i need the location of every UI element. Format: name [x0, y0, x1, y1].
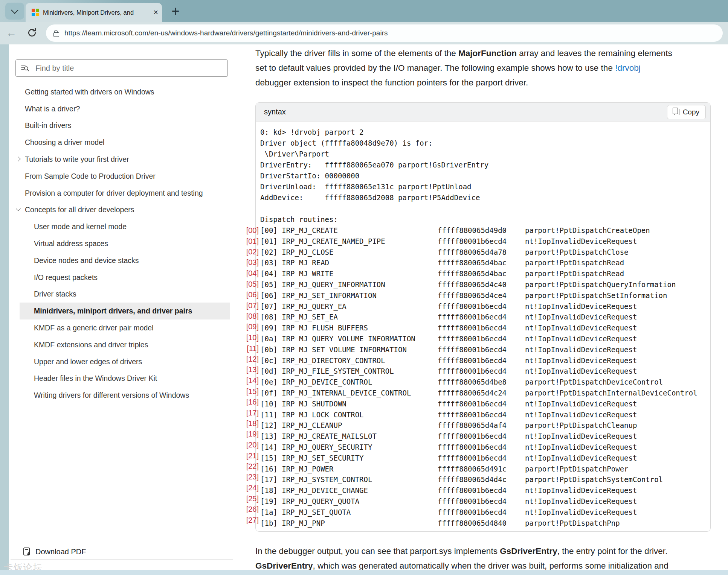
dispatch-address: fffff880065d49d0 — [438, 225, 525, 236]
refresh-icon[interactable] — [26, 27, 38, 38]
dispatch-row: [20][14] IRP_MJ_QUERY_SECURITYfffff80001… — [260, 442, 707, 453]
dispatch-row: [21][15] IRP_MJ_SET_SECURITYfffff80001b6… — [260, 453, 707, 464]
dispatch-row: [25][19] IRP_MJ_QUERY_QUOTAfffff80001b6e… — [260, 496, 707, 507]
sidebar-item-concepts-for-all-driver-developers[interactable]: Concepts for all driver developers — [20, 202, 230, 219]
chevron-down-icon[interactable] — [16, 206, 21, 211]
text-segment: Typically the driver fills in some of th… — [255, 49, 458, 58]
annotation-index: [00] — [243, 225, 259, 236]
dispatch-label: [11] IRP_MJ_LOCK_CONTROL — [260, 409, 438, 420]
download-pdf-button[interactable]: Download PDF — [23, 545, 86, 558]
dispatch-symbol: parport!PptDispatchSystemControl — [525, 474, 707, 485]
dispatch-row: [12][0c] IRP_MJ_DIRECTORY_CONTROLfffff80… — [260, 355, 707, 366]
annotation-index: [15] — [243, 386, 259, 397]
sidebar-item-label: KMDF as a generic driver pair model — [34, 324, 154, 332]
annotation-index: [06] — [243, 289, 259, 300]
code-block-body: 0: kd> !drvobj parport 2 Driver object (… — [256, 122, 710, 531]
search-input[interactable] — [35, 64, 223, 73]
sidebar-item-provision-a-computer-for-driver-deployme[interactable]: Provision a computer for driver deployme… — [20, 185, 230, 202]
chevron-right-icon[interactable] — [16, 157, 21, 161]
sidebar-item-built-in-drivers[interactable]: Built-in drivers — [20, 117, 230, 134]
dispatch-label: [0c] IRP_MJ_DIRECTORY_CONTROL — [260, 355, 438, 366]
sidebar-item-label: Getting started with drivers on Windows — [25, 88, 154, 96]
dispatch-symbol: nt!IopInvalidDeviceRequest — [525, 431, 707, 442]
dispatch-routine-table: [00][00] IRP_MJ_CREATEfffff880065d49d0pa… — [260, 225, 707, 528]
sidebar-item-label: I/O request packets — [34, 273, 98, 282]
annotation-index: [11] — [243, 343, 259, 354]
sidebar-item-tutorials-to-write-your-first-driver[interactable]: Tutorials to write your first driver — [20, 151, 230, 168]
bottom-edge-strip — [0, 570, 728, 575]
sidebar-item-label: From Sample Code to Production Driver — [25, 172, 156, 181]
dispatch-label: [02] IRP_MJ_CLOSE — [260, 247, 438, 258]
text-segment: , the entry point for the driver. — [557, 546, 668, 556]
annotation-index: [05] — [243, 278, 259, 289]
dispatch-symbol: nt!IopInvalidDeviceRequest — [525, 322, 707, 333]
sidebar-item-upper-and-lower-edges-of-drivers[interactable]: Upper and lower edges of drivers — [20, 353, 230, 370]
sidebar-item-label: Tutorials to write your first driver — [25, 155, 129, 164]
annotation-index: [24] — [243, 482, 259, 493]
text-segment: array and leaves the remaining elements — [517, 49, 672, 58]
dispatch-symbol: nt!IopInvalidDeviceRequest — [525, 333, 707, 344]
sidebar-item-label: Virtual address spaces — [34, 239, 108, 248]
sidebar-item-header-files-in-the-windows-driver-kit[interactable]: Header files in the Windows Driver Kit — [20, 370, 230, 387]
dispatch-row: [26][1a] IRP_MJ_SET_QUOTAfffff80001b6ecd… — [260, 507, 707, 518]
copy-button[interactable]: Copy — [667, 105, 706, 119]
dispatch-row: [24][18] IRP_MJ_DEVICE_CHANGEfffff80001b… — [260, 485, 707, 496]
tab-list-button[interactable] — [5, 3, 24, 20]
dispatch-row: [22][16] IRP_MJ_POWERfffff880065d491cpar… — [260, 464, 707, 475]
dispatch-symbol: nt!IopInvalidDeviceRequest — [525, 355, 707, 366]
annotation-index: [09] — [243, 321, 259, 332]
dispatch-symbol: parport!PptDispatchPower — [525, 464, 707, 475]
dispatch-row: [18][12] IRP_MJ_CLEANUPfffff880065d4af4p… — [260, 420, 707, 431]
sidebar-item-kmdf-extensions-and-driver-triples[interactable]: KMDF extensions and driver triples — [20, 336, 230, 353]
sidebar-item-choosing-a-driver-model[interactable]: Choosing a driver model — [20, 134, 230, 151]
sidebar-item-device-nodes-and-device-stacks[interactable]: Device nodes and device stacks — [20, 252, 230, 269]
dispatch-symbol: nt!IopInvalidDeviceRequest — [525, 344, 707, 355]
sidebar-item-what-is-a-driver-[interactable]: What is a driver? — [20, 100, 230, 117]
text-segment: In the debugger output, you can see that… — [255, 546, 500, 556]
dispatch-symbol: nt!IopInvalidDeviceRequest — [525, 485, 707, 496]
address-bar[interactable]: https://learn.microsoft.com/en-us/window… — [46, 24, 723, 42]
dispatch-row: [09][09] IRP_MJ_FLUSH_BUFFERSfffff80001b… — [260, 322, 707, 333]
dispatch-label: [0a] IRP_MJ_QUERY_VOLUME_INFORMATION — [260, 333, 438, 344]
dispatch-address: fffff80001b6ecd4 — [438, 453, 525, 464]
sidebar-item-minidrivers-miniport-drivers-and-driver-[interactable]: Minidrivers, miniport drivers, and drive… — [20, 303, 230, 319]
dispatch-row: [11][0b] IRP_MJ_SET_VOLUME_INFORMATIONff… — [260, 344, 707, 355]
back-icon[interactable]: ← — [6, 27, 17, 39]
download-pdf-icon — [23, 547, 31, 556]
dispatch-symbol: parport!PptDispatchCleanup — [525, 420, 707, 431]
annotation-index: [27] — [243, 514, 259, 525]
annotation-index: [23] — [243, 472, 259, 482]
dispatch-row: [08][08] IRP_MJ_SET_EAfffff80001b6ecd4nt… — [260, 312, 707, 322]
annotation-index: [04] — [243, 268, 259, 279]
sidebar-item-writing-drivers-for-different-versions-o[interactable]: Writing drivers for different versions o… — [20, 387, 230, 404]
dispatch-symbol: parport!PptDispatchInternalDeviceControl — [525, 388, 707, 399]
intro-paragraph: Typically the driver fills in some of th… — [255, 46, 712, 90]
annotation-index: [19] — [243, 429, 259, 440]
sidebar-item-user-mode-and-kernel-mode[interactable]: User mode and kernel mode — [20, 218, 230, 235]
dispatch-row: [02][02] IRP_MJ_CLOSEfffff880065d4a78par… — [260, 247, 707, 258]
annotation-index: [07] — [243, 300, 259, 311]
annotation-index: [16] — [243, 397, 259, 408]
new-tab-button[interactable]: + — [167, 4, 184, 19]
dispatch-label: [12] IRP_MJ_CLEANUP — [260, 420, 438, 431]
inline-link[interactable]: !drvobj — [615, 63, 641, 73]
annotation-index: [02] — [243, 246, 259, 257]
text-segment: debugger extension to inspect the functi… — [255, 78, 528, 87]
tab-close-icon[interactable]: × — [153, 9, 158, 16]
sidebar-item-from-sample-code-to-production-driver[interactable]: From Sample Code to Production Driver — [20, 168, 230, 185]
window-left-edge — [0, 44, 9, 575]
browser-tab[interactable]: Minidrivers, Miniport Drivers, and × — [26, 3, 162, 22]
annotation-index: [17] — [243, 407, 259, 418]
sidebar-item-label: Header files in the Windows Driver Kit — [34, 374, 157, 383]
sidebar-item-i-o-request-packets[interactable]: I/O request packets — [20, 269, 230, 286]
sidebar-item-getting-started-with-drivers-on-windows[interactable]: Getting started with drivers on Windows — [20, 84, 230, 100]
annotation-index: [08] — [243, 311, 259, 322]
sidebar-item-kmdf-as-a-generic-driver-pair-model[interactable]: KMDF as a generic driver pair model — [20, 319, 230, 336]
sidebar-item-virtual-address-spaces[interactable]: Virtual address spaces — [20, 235, 230, 252]
url-text: https://learn.microsoft.com/en-us/window… — [64, 29, 388, 37]
tab-title: Minidrivers, Miniport Drivers, and — [43, 9, 151, 16]
dispatch-symbol: nt!IopInvalidDeviceRequest — [525, 312, 707, 322]
sidebar-item-driver-stacks[interactable]: Driver stacks — [20, 286, 230, 303]
dispatch-symbol: parport!PptDispatchPnp — [525, 518, 707, 529]
dispatch-label: [1a] IRP_MJ_SET_QUOTA — [260, 507, 438, 518]
